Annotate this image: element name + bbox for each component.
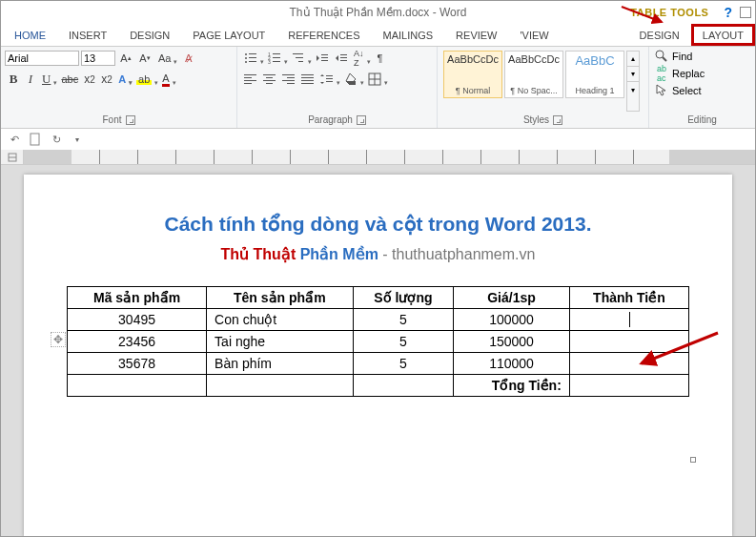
shading-button[interactable]	[341, 70, 365, 89]
tab-design[interactable]: DESIGN	[118, 24, 181, 46]
sort-button[interactable]: A↓Z	[351, 49, 372, 68]
style-normal[interactable]: AaBbCcDc ¶ Normal	[443, 51, 502, 98]
increase-indent-button[interactable]	[332, 49, 351, 68]
th-sl[interactable]: Số lượng	[353, 287, 454, 309]
help-icon[interactable]: ?	[724, 5, 732, 20]
bullets-button[interactable]	[241, 49, 265, 68]
table-move-handle-icon[interactable]: ✥	[51, 332, 66, 347]
redo-button[interactable]: ↻	[49, 132, 64, 147]
svg-rect-8	[273, 53, 280, 54]
title-bar: Thủ Thuật Phần Mềm.docx - Word TABLE TOO…	[1, 1, 755, 24]
strikethrough-button[interactable]: abc	[58, 70, 81, 89]
svg-rect-33	[287, 83, 295, 84]
svg-rect-36	[301, 80, 314, 81]
svg-rect-6	[249, 61, 256, 62]
svg-rect-37	[301, 83, 314, 84]
styles-scroll-down[interactable]: ▾	[627, 67, 639, 82]
svg-rect-39	[326, 78, 333, 79]
svg-point-1	[245, 53, 247, 55]
tab-insert[interactable]: INSERT	[57, 24, 118, 46]
font-color-button[interactable]: A	[159, 70, 176, 89]
svg-rect-31	[287, 77, 295, 78]
tab-review[interactable]: REVIEW	[444, 24, 508, 46]
superscript-button[interactable]: x2	[98, 70, 115, 89]
new-doc-button[interactable]	[28, 132, 43, 147]
replace-icon: abac	[655, 67, 668, 80]
group-paragraph: 123 A↓Z ¶ Paragraph	[237, 47, 438, 128]
svg-line-45	[663, 57, 666, 61]
show-marks-button[interactable]: ¶	[372, 49, 389, 68]
select-icon	[655, 84, 668, 97]
th-gia[interactable]: Giá/1sp	[454, 287, 570, 309]
paragraph-launcher-icon[interactable]	[357, 115, 366, 125]
tab-page-layout[interactable]: PAGE LAYOUT	[181, 24, 276, 46]
styles-launcher-icon[interactable]	[553, 115, 562, 125]
doc-heading: Cách tính tổng dòng và cột trong Word 20…	[67, 213, 689, 236]
svg-rect-26	[263, 74, 276, 75]
multilevel-list-button[interactable]	[289, 49, 313, 68]
align-right-button[interactable]	[279, 70, 298, 89]
svg-rect-34	[301, 74, 314, 75]
clear-formatting-button[interactable]: A̷	[180, 49, 197, 68]
styles-expand[interactable]: ▾	[627, 82, 639, 97]
numbering-button[interactable]: 123	[265, 49, 289, 68]
svg-rect-24	[244, 80, 256, 81]
tab-table-design[interactable]: DESIGN	[628, 24, 691, 46]
tab-home[interactable]: HOME	[3, 24, 57, 46]
tab-table-layout[interactable]: LAYOUT	[691, 24, 755, 46]
subscript-button[interactable]: x2	[81, 70, 98, 89]
style-heading-1[interactable]: AaBbC Heading 1	[565, 51, 624, 98]
tab-mailings[interactable]: MAILINGS	[372, 24, 445, 46]
styles-group-label: Styles	[523, 114, 549, 125]
decrease-indent-button[interactable]	[313, 49, 332, 68]
font-size-select[interactable]	[81, 51, 115, 66]
qat-customize-button[interactable]: ▾	[70, 132, 85, 147]
change-case-button[interactable]: Aa	[155, 49, 178, 68]
svg-rect-17	[321, 57, 328, 58]
undo-button[interactable]: ↶	[7, 132, 22, 147]
highlight-button[interactable]: ab	[133, 70, 159, 89]
ruler-corner[interactable]	[1, 150, 24, 164]
svg-rect-10	[273, 57, 280, 58]
group-editing: Find abac Replac Select Editing	[649, 47, 755, 128]
horizontal-ruler[interactable]	[24, 150, 755, 164]
svg-rect-14	[296, 57, 303, 58]
th-ten[interactable]: Tên sản phẩm	[207, 287, 353, 309]
active-cell[interactable]	[569, 309, 688, 331]
table-row: 35678 Bàn phím 5 110000	[68, 353, 689, 375]
borders-button[interactable]	[365, 70, 389, 89]
justify-button[interactable]	[298, 70, 317, 89]
find-button[interactable]: Find	[653, 49, 751, 64]
align-left-button[interactable]	[241, 70, 260, 89]
styles-scroll-up[interactable]: ▴	[627, 52, 639, 67]
italic-button[interactable]: I	[22, 70, 39, 89]
bold-button[interactable]: B	[5, 70, 22, 89]
tab-view[interactable]: 'VIEW	[509, 24, 561, 46]
style-no-spacing[interactable]: AaBbCcDc ¶ No Spac...	[504, 51, 563, 98]
replace-button[interactable]: abac Replac	[653, 66, 751, 81]
font-launcher-icon[interactable]	[126, 115, 135, 125]
grow-font-button[interactable]: A▴	[117, 49, 134, 68]
underline-button[interactable]: U	[39, 70, 58, 89]
select-button[interactable]: Select	[653, 83, 751, 98]
shrink-font-button[interactable]: A▾	[136, 49, 153, 68]
product-table[interactable]: Mã sản phẩm Tên sản phẩm Số lượng Giá/1s…	[67, 286, 689, 397]
svg-rect-15	[298, 61, 303, 62]
table-resize-handle-icon[interactable]	[690, 457, 696, 463]
svg-rect-38	[326, 75, 333, 76]
th-tien[interactable]: Thành Tiền	[569, 287, 688, 309]
table-total-row: Tổng Tiền:	[68, 375, 689, 397]
text-effects-button[interactable]: A	[115, 70, 133, 89]
page[interactable]: Cách tính tổng dòng và cột trong Word 20…	[24, 175, 732, 537]
th-ma[interactable]: Mã sản phẩm	[68, 287, 207, 309]
svg-rect-30	[282, 74, 295, 75]
restore-window-icon[interactable]	[740, 7, 751, 18]
tab-references[interactable]: REFERENCES	[276, 24, 371, 46]
svg-rect-27	[266, 77, 273, 78]
line-spacing-button[interactable]	[317, 70, 341, 89]
svg-rect-28	[263, 80, 276, 81]
table-row: 23456 Tai nghe 5 150000	[68, 331, 689, 353]
align-center-button[interactable]	[260, 70, 279, 89]
svg-rect-21	[340, 60, 347, 61]
font-name-select[interactable]	[5, 51, 79, 66]
